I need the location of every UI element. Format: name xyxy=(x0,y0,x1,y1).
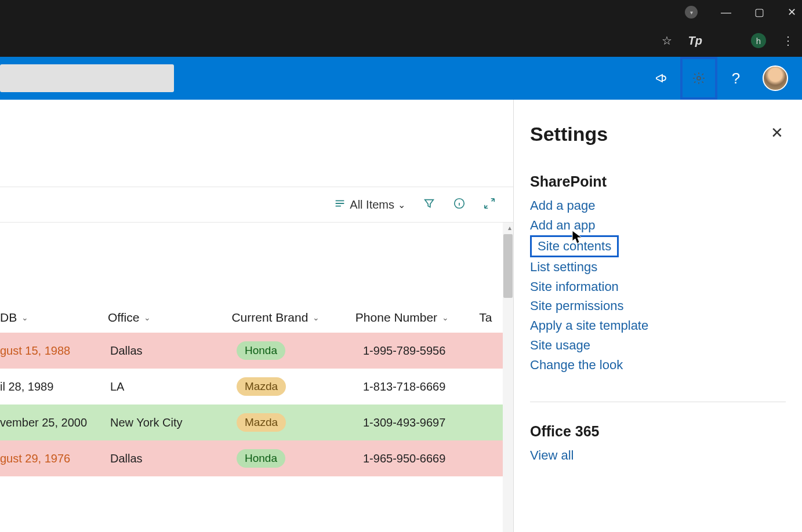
column-header-dob[interactable]: DB⌄ xyxy=(0,311,108,325)
panel-title: Settings xyxy=(530,123,786,145)
cell-office: LA xyxy=(110,380,237,393)
column-header-row: DB⌄ Office⌄ Current Brand⌄ Phone Number⌄… xyxy=(0,223,513,333)
column-header-brand[interactable]: Current Brand⌄ xyxy=(231,311,355,325)
chevron-down-icon: ⌄ xyxy=(313,313,320,322)
bookmark-star-icon[interactable]: ☆ xyxy=(662,34,672,48)
settings-link[interactable]: List settings xyxy=(530,257,786,277)
link-view-all[interactable]: View all xyxy=(530,446,786,465)
settings-link[interactable]: Site information xyxy=(530,277,786,297)
settings-link[interactable]: Site contents xyxy=(530,235,619,257)
cell-brand: Mazda xyxy=(237,377,363,396)
column-header-office[interactable]: Office⌄ xyxy=(108,311,231,325)
cell-brand: Honda xyxy=(237,341,363,360)
settings-link[interactable]: Add a page xyxy=(530,196,786,216)
settings-gear-button[interactable] xyxy=(680,57,717,100)
settings-panel: ✕ Settings SharePoint Add a pageAdd an a… xyxy=(513,100,802,532)
chevron-down-icon: ⌄ xyxy=(144,313,151,322)
settings-link[interactable]: Site usage xyxy=(530,336,786,355)
list-table: ▴ DB⌄ Office⌄ Current Brand⌄ Phone Numbe… xyxy=(0,223,513,532)
window-titlebar: ▾ — ▢ ✕ xyxy=(0,0,802,24)
view-selector[interactable]: All Items ⌄ xyxy=(333,197,405,212)
cell-dob: gust 29, 1976 xyxy=(0,452,110,465)
cell-office: Dallas xyxy=(110,344,237,358)
expand-icon[interactable] xyxy=(483,197,496,212)
minimize-button[interactable]: — xyxy=(721,6,731,19)
info-icon[interactable] xyxy=(453,197,466,212)
list-toolbar: All Items ⌄ xyxy=(0,187,513,222)
settings-link[interactable]: Add an app xyxy=(530,216,786,235)
cell-office: Dallas xyxy=(110,452,237,465)
chevron-down-icon: ⌄ xyxy=(398,199,405,210)
chevron-down-icon: ⌄ xyxy=(442,313,449,322)
column-header-phone[interactable]: Phone Number⌄ xyxy=(355,311,479,325)
scroll-up-arrow[interactable]: ▴ xyxy=(508,224,511,232)
cell-office: New York City xyxy=(110,416,237,429)
titlebar-dropdown-icon[interactable]: ▾ xyxy=(685,6,698,19)
settings-link[interactable]: Apply a site template xyxy=(530,316,786,336)
table-row[interactable]: vember 25, 2000New York CityMazda1-309-4… xyxy=(0,405,513,440)
cell-phone: 1-965-950-6669 xyxy=(363,452,489,465)
extension-tp-icon[interactable]: Tp xyxy=(688,34,702,48)
cell-brand: Honda xyxy=(237,449,363,468)
list-content-area: All Items ⌄ ▴ DB⌄ Office⌄ Current Bra xyxy=(0,100,513,532)
close-panel-button[interactable]: ✕ xyxy=(771,124,783,142)
close-window-button[interactable]: ✕ xyxy=(788,6,796,19)
settings-link[interactable]: Site permissions xyxy=(530,296,786,316)
list-view-icon xyxy=(333,197,346,212)
suite-header: ? xyxy=(0,57,802,100)
filter-icon[interactable] xyxy=(423,197,436,212)
megaphone-icon[interactable] xyxy=(643,57,680,100)
browser-toolbar: ☆ Tp h ⋮ xyxy=(0,24,802,57)
help-button[interactable]: ? xyxy=(717,57,754,100)
chrome-menu-icon[interactable]: ⋮ xyxy=(782,34,794,48)
settings-link[interactable]: Change the look xyxy=(530,355,786,375)
panel-section-sharepoint: SharePoint xyxy=(530,173,786,190)
table-row[interactable]: il 28, 1989LAMazda1-813-718-6669 xyxy=(0,369,513,405)
panel-section-office365: Office 365 xyxy=(530,423,786,440)
cell-phone: 1-309-493-9697 xyxy=(363,416,489,429)
view-name-label: All Items xyxy=(350,198,394,212)
cell-phone: 1-813-718-6669 xyxy=(363,380,489,393)
search-input[interactable] xyxy=(0,64,174,92)
scrollbar-thumb[interactable] xyxy=(503,234,513,298)
chrome-profile-avatar[interactable]: h xyxy=(751,33,766,48)
cell-dob: gust 15, 1988 xyxy=(0,344,110,358)
cell-dob: il 28, 1989 xyxy=(0,380,110,393)
cell-brand: Mazda xyxy=(237,413,363,432)
svg-point-0 xyxy=(697,76,701,80)
cell-dob: vember 25, 2000 xyxy=(0,416,110,429)
maximize-button[interactable]: ▢ xyxy=(754,6,764,19)
scrollbar-track[interactable]: ▴ xyxy=(503,223,513,532)
user-avatar[interactable] xyxy=(763,65,788,91)
table-row[interactable]: gust 29, 1976DallasHonda1-965-950-6669 xyxy=(0,440,513,476)
table-row[interactable]: gust 15, 1988DallasHonda1-995-789-5956 xyxy=(0,333,513,369)
cell-phone: 1-995-789-5956 xyxy=(363,344,489,358)
chevron-down-icon: ⌄ xyxy=(21,313,28,322)
